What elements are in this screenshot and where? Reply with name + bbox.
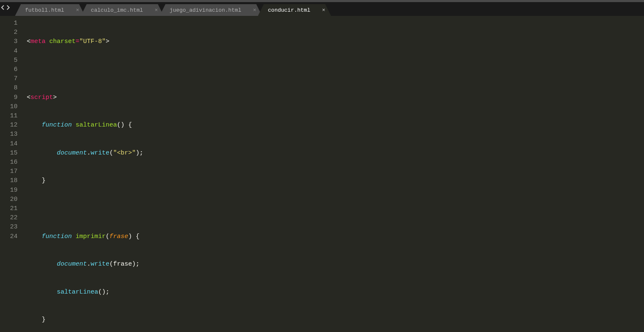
line-number: 17 <box>0 167 18 176</box>
line-number: 10 <box>0 102 18 112</box>
close-icon[interactable]: × <box>322 7 325 13</box>
line-number: 7 <box>0 74 18 84</box>
tab-calculo-imc[interactable]: calculo_imc.html × <box>81 4 164 16</box>
code-content[interactable]: <meta charset="UTF-8"> <script> function… <box>21 16 644 332</box>
tab-nav-arrows <box>1 5 10 13</box>
line-number: 9 <box>0 93 18 102</box>
line-number: 1 <box>0 19 18 28</box>
line-number: 24 <box>0 232 18 241</box>
line-number: 11 <box>0 112 18 121</box>
nav-right-icon[interactable] <box>6 5 10 13</box>
tab-conducir[interactable]: conducir.html × <box>258 4 331 16</box>
code-line: } <box>27 176 644 185</box>
code-line: document.write(frase); <box>27 260 644 269</box>
tab-juego-adivinacion[interactable]: juego_adivinacion.html × <box>160 4 262 16</box>
line-number: 6 <box>0 65 18 74</box>
code-line: document.write("<br>"); <box>27 149 644 158</box>
code-line <box>27 204 644 213</box>
line-number: 4 <box>0 47 18 56</box>
code-line: saltarLinea(); <box>27 288 644 297</box>
code-line <box>27 65 644 74</box>
code-line: <meta charset="UTF-8"> <box>27 37 644 46</box>
close-icon[interactable]: × <box>155 7 158 13</box>
line-number: 22 <box>0 213 18 223</box>
line-number: 2 <box>0 28 18 37</box>
tab-label: calculo_imc.html <box>91 7 143 13</box>
close-icon[interactable]: × <box>76 7 79 13</box>
tab-label: futboll.html <box>25 7 64 13</box>
code-line: } <box>27 315 644 324</box>
line-number: 8 <box>0 84 18 93</box>
tab-label: juego_adivinacion.html <box>170 7 241 13</box>
code-line: <script> <box>27 93 644 102</box>
line-gutter: 1 2 3 4 5 6 7 8 9 10 11 12 13 14 15 16 1… <box>0 16 21 332</box>
code-line: function saltarLinea() { <box>27 121 644 130</box>
line-number: 15 <box>0 149 18 158</box>
line-number: 19 <box>0 186 18 195</box>
line-number: 23 <box>0 223 18 232</box>
line-number: 12 <box>0 121 18 130</box>
line-number: 18 <box>0 176 18 185</box>
line-number: 5 <box>0 56 18 65</box>
line-number: 13 <box>0 130 18 139</box>
line-number: 20 <box>0 195 18 204</box>
line-number: 21 <box>0 204 18 213</box>
editor-area[interactable]: 1 2 3 4 5 6 7 8 9 10 11 12 13 14 15 16 1… <box>0 16 644 332</box>
tab-label: conducir.html <box>268 7 310 13</box>
line-number: 3 <box>0 37 18 46</box>
code-line: function imprimir(frase) { <box>27 232 644 241</box>
tab-futboll[interactable]: futboll.html × <box>15 4 85 16</box>
close-icon[interactable]: × <box>253 7 256 13</box>
nav-left-icon[interactable] <box>1 5 5 13</box>
tab-bar: futboll.html × calculo_imc.html × juego_… <box>0 2 644 16</box>
line-number: 14 <box>0 139 18 149</box>
line-number: 16 <box>0 158 18 167</box>
